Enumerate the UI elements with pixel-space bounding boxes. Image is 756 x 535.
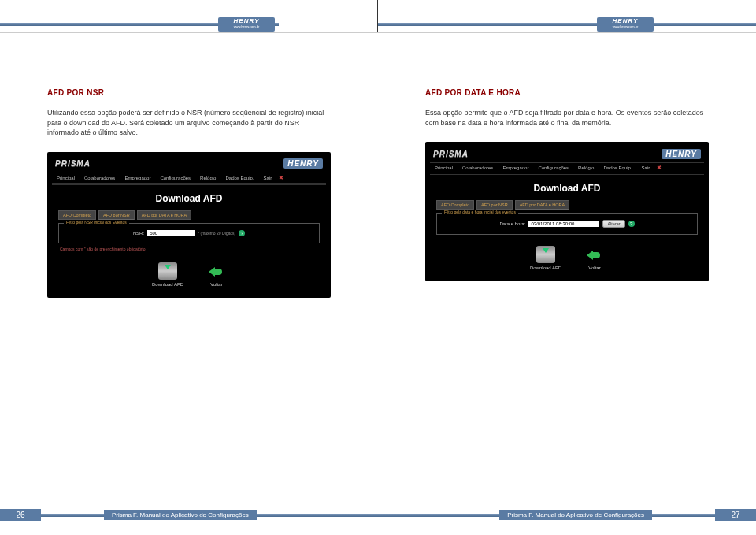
app-screenshot-data-hora: PRISMA HENRY Principal Colaboradores Emp… <box>425 142 709 281</box>
fieldset-legend: Filtro pela NSR inicial dos Eventos <box>64 220 129 225</box>
back-icon <box>207 262 226 280</box>
henry-logo-app: HENRY <box>284 159 323 168</box>
logo-url: www.henry.com.br <box>597 24 654 28</box>
menu-dados-equip[interactable]: Dados Equip. <box>220 173 258 183</box>
prisma-logo: PRISMA <box>55 159 91 168</box>
footer-title: Prisma F. Manual do Aplicativo de Config… <box>104 510 257 520</box>
footer-right: Prisma F. Manual do Aplicativo de Config… <box>378 509 756 521</box>
footer-stripe <box>41 514 104 517</box>
app-title: Download AFD <box>52 185 326 210</box>
footer-stripe <box>652 514 715 517</box>
menu-sair[interactable]: Sair <box>637 163 655 173</box>
tab-afd-nsr[interactable]: AFD por NSR <box>476 200 513 210</box>
back-button[interactable]: Voltar <box>207 262 226 287</box>
download-label: Download AFD <box>530 266 561 270</box>
alterar-button[interactable]: Alterar <box>602 220 624 228</box>
date-field-row: Data e hora: Alterar ? <box>442 220 692 228</box>
footer-title: Prisma F. Manual do Aplicativo de Config… <box>499 510 652 520</box>
prisma-logo: PRISMA <box>433 150 469 158</box>
menu-configuracoes[interactable]: Configurações <box>155 173 195 183</box>
app-title: Download AFD <box>430 175 704 200</box>
help-icon[interactable]: ? <box>628 221 635 227</box>
nsr-field-row: NSR: * (máximo 20 Dígitos) ? <box>64 230 314 236</box>
date-label: Data e hora: <box>499 221 525 226</box>
tab-row: AFD Completo AFD por NSR AFD por DATA e … <box>52 210 326 220</box>
download-afd-button[interactable]: Download AFD <box>530 246 561 270</box>
menu-principal[interactable]: Principal <box>430 163 458 173</box>
nsr-input[interactable] <box>147 230 195 236</box>
fieldset-legend: Filtro pela data e hora inicial dos even… <box>442 210 518 214</box>
download-icon <box>536 246 555 263</box>
menu-colaboradores[interactable]: Colaboradores <box>458 163 498 173</box>
menu-dados-equip[interactable]: Dados Equip. <box>598 163 636 173</box>
date-filter-fieldset: Filtro pela data e hora inicial dos even… <box>436 213 698 235</box>
menu-configuracoes[interactable]: Configurações <box>533 163 573 173</box>
tab-afd-completo[interactable]: AFD Completo <box>58 210 96 220</box>
action-row: Download AFD Voltar <box>430 235 704 277</box>
app-header: PRISMA HENRY <box>52 157 326 171</box>
menu-relogio[interactable]: Relógio <box>195 173 220 183</box>
menu-empregador[interactable]: Empregador <box>120 173 155 183</box>
top-bar: HENRY www.henry.com.br HENRY www.henry.c… <box>0 0 756 33</box>
back-button[interactable]: Voltar <box>585 246 604 270</box>
header-stripe <box>378 23 756 26</box>
app-screenshot-nsr: PRISMA HENRY Principal Colaboradores Emp… <box>47 152 331 298</box>
back-label: Voltar <box>585 266 604 270</box>
app-header: PRISMA HENRY <box>430 147 704 161</box>
download-afd-button[interactable]: Download AFD <box>152 262 183 287</box>
footer: 26 Prisma F. Manual do Aplicativo de Con… <box>0 509 756 521</box>
menu-relogio[interactable]: Relógio <box>573 163 598 173</box>
menu-principal[interactable]: Principal <box>52 173 80 183</box>
nsr-filter-fieldset: Filtro pela NSR inicial dos Eventos NSR:… <box>58 223 320 243</box>
tab-afd-completo[interactable]: AFD Completo <box>436 200 474 210</box>
logo-brand: HENRY <box>597 18 654 24</box>
download-label: Download AFD <box>152 282 183 287</box>
date-input[interactable] <box>528 221 599 227</box>
footer-stripe <box>257 514 378 517</box>
henry-logo: HENRY www.henry.com.br <box>218 17 275 32</box>
app-menu: Principal Colaboradores Empregador Confi… <box>430 162 704 173</box>
download-icon <box>158 262 177 280</box>
logo-url: www.henry.com.br <box>218 24 275 28</box>
nsr-label: NSR: <box>133 231 144 236</box>
help-icon[interactable]: ? <box>239 230 245 236</box>
required-note: Campos com " são de preenchimento obriga… <box>52 243 326 251</box>
tab-afd-nsr[interactable]: AFD por NSR <box>98 210 135 220</box>
action-row: Download AFD Voltar <box>52 251 326 293</box>
footer-stripe <box>378 514 499 517</box>
tab-afd-data-hora[interactable]: AFD por DATA e HORA <box>137 210 192 220</box>
top-left: HENRY www.henry.com.br <box>0 0 378 32</box>
section-body: Utilizando essa opção poderá ser definid… <box>47 108 331 138</box>
menu-colaboradores[interactable]: Colaboradores <box>80 173 120 183</box>
logo-brand: HENRY <box>218 18 275 24</box>
menu-empregador[interactable]: Empregador <box>498 163 533 173</box>
content: AFD POR NSR Utilizando essa opção poderá… <box>0 33 756 298</box>
section-heading: AFD POR NSR <box>47 88 331 97</box>
back-icon <box>585 246 604 263</box>
top-right: HENRY www.henry.com.br <box>378 0 756 32</box>
page-number-right: 27 <box>715 509 756 521</box>
footer-left: 26 Prisma F. Manual do Aplicativo de Con… <box>0 509 378 521</box>
menu-sair[interactable]: Sair <box>259 173 277 183</box>
left-column: AFD POR NSR Utilizando essa opção poderá… <box>0 88 378 298</box>
section-body: Essa opção permite que o AFD seja filtra… <box>425 108 709 128</box>
app-menu: Principal Colaboradores Empregador Confi… <box>52 173 326 184</box>
right-column: AFD POR DATA E HORA Essa opção permite q… <box>378 88 756 298</box>
henry-logo-app: HENRY <box>662 150 701 158</box>
page-number-left: 26 <box>0 509 41 521</box>
close-icon[interactable]: ✖ <box>276 173 286 183</box>
henry-logo: HENRY www.henry.com.br <box>597 17 654 32</box>
back-label: Voltar <box>207 282 226 287</box>
tab-row: AFD Completo AFD por NSR AFD por DATA e … <box>430 200 704 210</box>
close-icon[interactable]: ✖ <box>654 163 664 173</box>
tab-afd-data-hora[interactable]: AFD por DATA e HORA <box>515 200 570 210</box>
section-heading: AFD POR DATA E HORA <box>425 88 709 97</box>
nsr-hint: * (máximo 20 Dígitos) <box>198 231 235 236</box>
